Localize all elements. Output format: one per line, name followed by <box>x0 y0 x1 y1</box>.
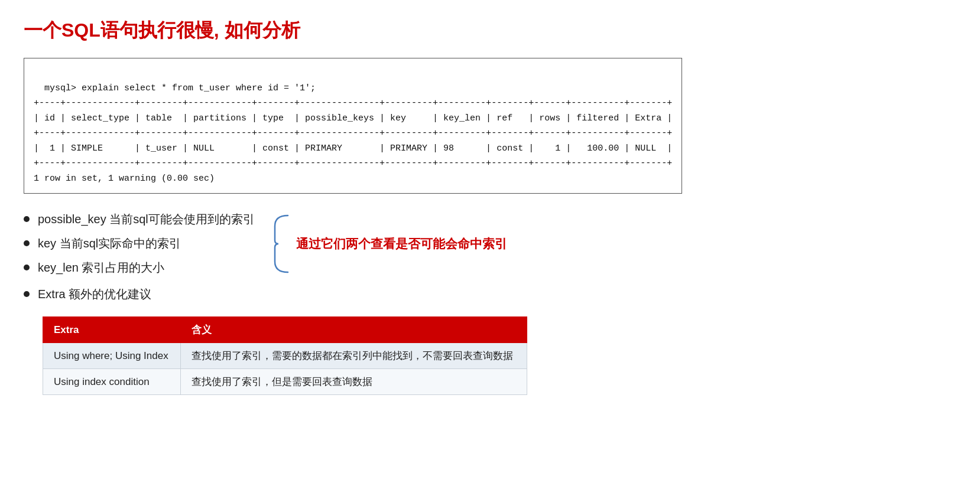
bullet-text-key: key 当前sql实际命中的索引 <box>38 236 181 252</box>
table-cell-meaning-1: 查找使用了索引，需要的数据都在索引列中能找到，不需要回表查询数据 <box>180 343 527 369</box>
code-data-row: | 1 | SIMPLE | t_user | NULL | const | P… <box>34 143 672 154</box>
bullet-text-possible-key: possible_key 当前sql可能会使用到的索引 <box>38 211 255 227</box>
code-footer: 1 row in set, 1 warning (0.00 sec) <box>34 174 215 184</box>
bullet-item-possible-key: possible_key 当前sql可能会使用到的索引 <box>24 211 255 227</box>
table-cell-extra-1: Using where; Using Index <box>43 343 181 369</box>
table-cell-extra-2: Using index condition <box>43 369 181 395</box>
extra-table-wrapper: Extra 含义 Using where; Using Index 查找使用了索… <box>43 316 956 395</box>
table-row: Using index condition 查找使用了索引，但是需要回表查询数据 <box>43 369 527 395</box>
bullet-dot <box>24 240 30 246</box>
table-cell-meaning-2: 查找使用了索引，但是需要回表查询数据 <box>180 369 527 395</box>
page-title: 一个SQL语句执行很慢, 如何分析 <box>24 18 956 44</box>
bullet-list-left: possible_key 当前sql可能会使用到的索引 key 当前sql实际命… <box>24 211 255 276</box>
brace-icon <box>272 214 289 273</box>
code-separator3: +----+-------------+--------+-----------… <box>34 158 672 168</box>
table-row: Using where; Using Index 查找使用了索引，需要的数据都在… <box>43 343 527 369</box>
code-block: mysql> explain select * from t_user wher… <box>24 58 682 194</box>
code-line1: mysql> explain select * from t_user wher… <box>44 83 316 93</box>
code-separator2: +----+-------------+--------+-----------… <box>34 128 672 138</box>
bullet-list-extra: Extra 额外的优化建议 <box>24 286 956 302</box>
bullet-dot <box>24 291 30 297</box>
bullet-dot <box>24 216 30 222</box>
bullet-item-extra: Extra 额外的优化建议 <box>24 286 956 302</box>
brace-annotation: 通过它们两个查看是否可能会命中索引 <box>272 214 507 273</box>
bullet-item-key-len: key_len 索引占用的大小 <box>24 260 255 276</box>
table-header-row: Extra 含义 <box>43 317 527 343</box>
bullet-text-extra: Extra 额外的优化建议 <box>38 286 151 302</box>
code-separator1: +----+-------------+--------+-----------… <box>34 98 672 108</box>
annotation-text: 通过它们两个查看是否可能会命中索引 <box>296 236 507 252</box>
extra-table: Extra 含义 Using where; Using Index 查找使用了索… <box>43 316 527 395</box>
table-col-meaning-header: 含义 <box>180 317 527 343</box>
code-header: | id | select_type | table | partitions … <box>34 113 672 123</box>
bullet-dot <box>24 265 30 270</box>
bullet-item-key: key 当前sql实际命中的索引 <box>24 236 255 252</box>
bullet-text-key-len: key_len 索引占用的大小 <box>38 260 165 276</box>
table-col-extra-header: Extra <box>43 317 181 343</box>
